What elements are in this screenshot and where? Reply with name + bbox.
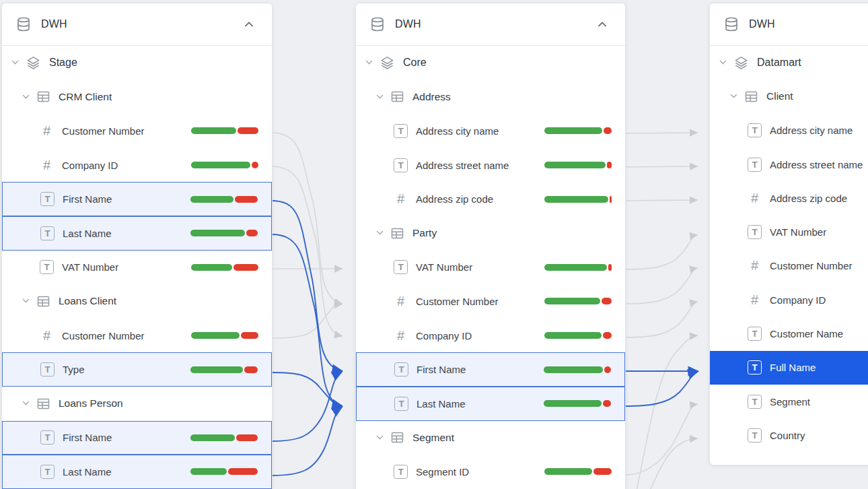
field-row-customer-number[interactable]: # Customer Number [710, 249, 868, 283]
chevron-down-icon[interactable] [376, 94, 384, 100]
field-row-customer-number[interactable]: # Customer Number [2, 319, 272, 353]
field-row-last-name[interactable]: T Last Name [356, 387, 625, 421]
field-row-customer-number[interactable]: # Customer Number [356, 284, 625, 319]
field-row-segment-id[interactable]: T Segment ID [356, 455, 625, 489]
field-label: First Name [63, 193, 112, 205]
tree: Stage CRM Client # Customer Number [2, 46, 272, 489]
connection-crm-first-name-to-party-first-name [271, 201, 342, 371]
database-icon [15, 16, 32, 32]
panel-datamart: DWH Datamart [709, 3, 868, 465]
text-type-icon: T [40, 260, 54, 274]
connection-offscreen-to-client-country [650, 438, 697, 489]
field-row-first-name[interactable]: T First Name [356, 352, 625, 387]
table-node-crm-client[interactable]: CRM Client [2, 80, 272, 115]
field-row-address-zip-code[interactable]: # Address zip code [710, 181, 868, 215]
field-row-full-name-selected[interactable]: T Full Name [710, 351, 868, 385]
field-row-address-city-name[interactable]: T Address city name [710, 114, 868, 148]
connection-address-zip-to-client-zip [624, 200, 697, 201]
chevron-down-icon[interactable] [376, 230, 384, 236]
field-row-vat-number[interactable]: T VAT Number [2, 251, 272, 285]
text-type-icon: T [394, 397, 408, 411]
field-row-country[interactable]: T Country [710, 418, 868, 452]
text-type-icon: T [40, 192, 55, 206]
text-type-icon: T [748, 395, 762, 409]
field-row-vat-number[interactable]: T VAT Number [710, 215, 868, 249]
layers-icon [26, 55, 41, 71]
field-row-type[interactable]: T Type [2, 352, 272, 387]
field-row-address-street-name[interactable]: T Address street name [710, 148, 868, 181]
panel-title: DWH [41, 18, 67, 30]
layer-label: Core [403, 57, 427, 69]
field-row-last-name[interactable]: T Last Name [2, 455, 272, 489]
layer-node-core[interactable]: Core [356, 46, 625, 80]
field-label: Customer Number [62, 330, 145, 341]
table-label: Address [412, 91, 451, 103]
table-node-address[interactable]: Address [356, 80, 625, 115]
table-node-client[interactable]: Client [710, 79, 868, 113]
text-type-icon: T [394, 158, 408, 172]
field-row-last-name[interactable]: T Last Name [2, 216, 272, 251]
number-type-icon: # [40, 124, 54, 138]
field-label: Address city name [770, 125, 853, 136]
field-label: Address street name [770, 159, 863, 170]
table-node-party[interactable]: Party [356, 216, 625, 251]
chevron-down-icon[interactable] [376, 435, 384, 441]
field-row-customer-name[interactable]: T Customer Name [710, 317, 868, 350]
chevron-down-icon[interactable] [730, 94, 737, 99]
field-row-customer-number[interactable]: # Customer Number [2, 114, 272, 148]
field-label: Customer Number [770, 260, 853, 271]
field-label: Company ID [416, 330, 472, 341]
connection-party-last-name-to-client-full-name [624, 372, 698, 407]
field-label: Address street name [416, 160, 509, 171]
number-type-icon: # [394, 192, 408, 206]
connection-segment-id-to-client-segment [624, 404, 697, 475]
quality-bar [190, 366, 258, 373]
collapse-panel-button[interactable] [595, 18, 609, 31]
field-row-first-name[interactable]: T First Name [2, 421, 272, 455]
field-row-address-street-name[interactable]: T Address street name [356, 148, 625, 183]
table-icon [36, 397, 50, 411]
table-icon [744, 90, 758, 104]
chevron-down-icon[interactable] [22, 94, 30, 100]
field-row-address-city-name[interactable]: T Address city name [356, 114, 625, 148]
table-icon [36, 294, 50, 308]
table-node-loans-person[interactable]: Loans Person [2, 387, 272, 421]
field-label: Last Name [63, 228, 112, 239]
chevron-down-icon[interactable] [22, 298, 30, 304]
field-row-first-name[interactable]: T First Name [2, 182, 272, 216]
quality-bar [544, 366, 611, 373]
field-label: Full Name [770, 362, 816, 373]
text-type-icon: T [40, 362, 55, 377]
quality-bar [190, 230, 258, 236]
field-row-segment[interactable]: T Segment [710, 385, 868, 418]
field-row-address-zip-code[interactable]: # Address zip code [356, 182, 625, 216]
chevron-down-icon[interactable] [11, 60, 19, 65]
field-row-company-id[interactable]: # Company ID [356, 319, 625, 353]
chevron-down-icon[interactable] [365, 60, 373, 65]
table-node-segment[interactable]: Segment [356, 421, 625, 455]
field-label: VAT Number [416, 261, 472, 273]
chevron-down-icon[interactable] [719, 60, 727, 65]
layer-node-stage[interactable]: Stage [2, 46, 272, 80]
connection-offscreen-to-client-customer-name [637, 335, 697, 489]
table-icon [36, 90, 50, 104]
field-row-company-id[interactable]: # Company ID [710, 283, 868, 317]
connection-crm-last-name-to-party-last-name [271, 234, 342, 406]
connection-crm-company-id-to-party-company-id [271, 166, 342, 336]
field-label: Company ID [770, 294, 826, 306]
panel-header: DWH [356, 3, 625, 46]
field-label: Segment ID [416, 466, 469, 478]
panel-title: DWH [395, 18, 421, 30]
chevron-down-icon[interactable] [22, 401, 30, 406]
table-label: Client [766, 90, 793, 102]
panel-title: DWH [749, 18, 775, 30]
field-row-company-id[interactable]: # Company ID [2, 148, 272, 183]
lineage-canvas: DWH Stage [0, 0, 868, 489]
number-type-icon: # [40, 158, 54, 172]
layer-node-datamart[interactable]: Datamart [710, 46, 868, 79]
table-node-loans-client[interactable]: Loans Client [2, 284, 272, 319]
field-row-vat-number[interactable]: T VAT Number [356, 251, 625, 285]
layer-label: Stage [49, 57, 77, 69]
quality-bar [544, 162, 612, 168]
collapse-panel-button[interactable] [242, 18, 256, 31]
